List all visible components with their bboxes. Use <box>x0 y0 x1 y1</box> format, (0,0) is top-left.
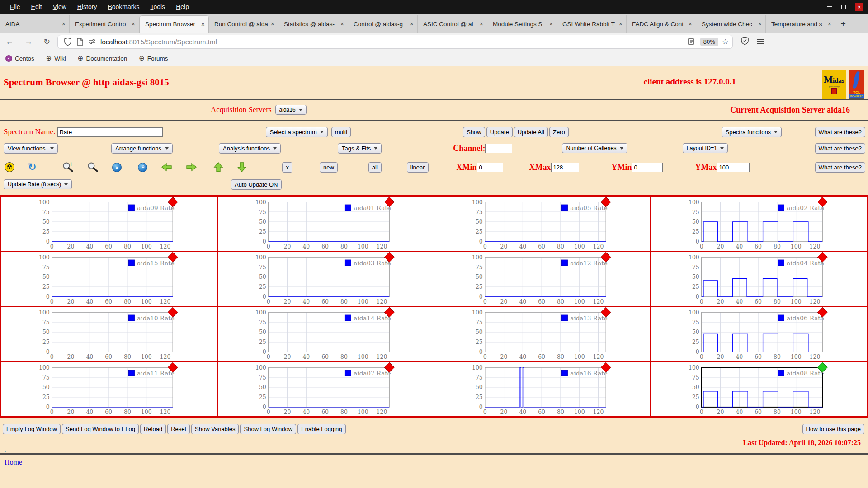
xmin-input[interactable] <box>477 163 503 172</box>
radioactive-icon[interactable]: ☢ <box>5 162 14 172</box>
how-to-use-button[interactable]: How to use this page <box>802 424 864 434</box>
tab-module-settings-s[interactable]: Module Settings S× <box>487 15 557 33</box>
zoom-level-badge[interactable]: 80% <box>700 38 718 46</box>
spectrum-name-input[interactable] <box>57 127 163 137</box>
minimize-icon[interactable] <box>827 6 832 7</box>
all-button[interactable]: all <box>368 162 382 173</box>
reload-icon[interactable]: ↻ <box>38 37 56 47</box>
spectra-functions-dropdown[interactable]: Spectra functions <box>722 127 782 137</box>
tab-fadc-align-cont[interactable]: FADC Align & Cont× <box>627 15 696 33</box>
what-are-these-button[interactable]: What are these? <box>815 143 865 154</box>
permissions-icon[interactable] <box>86 39 99 44</box>
send-log-window-to-elog-button[interactable]: Send Log Window to ELog <box>62 424 139 434</box>
chart-cell-aida13[interactable]: 0204060801001200255075100aida13 Rate <box>434 306 651 361</box>
update-all-button[interactable]: Update All <box>514 127 548 137</box>
tab-close-icon[interactable]: × <box>132 20 135 28</box>
url-bar[interactable]: localhost:8015/Spectrum/Spectrum.tml 80%… <box>57 35 733 49</box>
bookmark-documentation[interactable]: ⊕Documentation <box>78 54 127 62</box>
chart-cell-aida09[interactable]: 0204060801001200255075100aida09 Rate <box>1 196 217 251</box>
tab-statistics-aidas[interactable]: Statistics @ aidas-× <box>278 15 348 33</box>
chart-cell-aida15[interactable]: 0204060801001200255075100aida15 Rate <box>1 251 217 306</box>
empty-log-window-button[interactable]: Empty Log Window <box>3 424 61 434</box>
home-link[interactable]: Home <box>5 458 22 466</box>
chart-cell-aida06[interactable]: 0204060801001200255075100aida06 Rate <box>651 306 867 361</box>
reader-mode-icon[interactable] <box>685 38 697 45</box>
menu-item-file[interactable]: File <box>5 3 26 10</box>
what-are-these-button[interactable]: What are these? <box>815 127 865 137</box>
tags-fits-dropdown[interactable]: Tags & Fits <box>338 143 382 154</box>
protections-shield-icon[interactable] <box>741 37 749 47</box>
analysis-functions-dropdown[interactable]: Analysis functions <box>219 143 281 154</box>
bookmark-wiki[interactable]: ⊕Wiki <box>46 54 66 62</box>
chart-cell-aida05[interactable]: 0204060801001200255075100aida05 Rate <box>434 196 651 251</box>
reload-button[interactable]: Reload <box>140 424 166 434</box>
acquisition-server-select[interactable]: aida16 <box>275 105 307 115</box>
view-functions-dropdown[interactable]: View functions <box>4 143 58 154</box>
arrow-up-icon[interactable] <box>213 162 223 173</box>
chart-cell-aida02[interactable]: 0204060801001200255075100aida02 Rate <box>651 196 867 251</box>
number-of-galleries-dropdown[interactable]: Number of Galleries <box>562 143 627 153</box>
shift-up-icon[interactable]: » <box>138 163 147 172</box>
show-button[interactable]: Show <box>463 127 485 137</box>
chart-cell-aida12[interactable]: 0204060801001200255075100aida12 Rate <box>434 251 651 306</box>
auto-update-button[interactable]: Auto Update ON <box>231 179 281 190</box>
chart-cell-aida14[interactable]: 0204060801001200255075100aida14 Rate <box>217 306 434 361</box>
enable-logging-button[interactable]: Enable Logging <box>297 424 345 434</box>
midas-logo[interactable]: Midas powered by <box>822 70 846 99</box>
what-are-these-button[interactable]: What are these? <box>815 162 865 173</box>
tab-close-icon[interactable]: × <box>340 20 344 28</box>
arrow-right-icon[interactable] <box>186 162 197 172</box>
arrange-functions-dropdown[interactable]: Arrange functions <box>111 143 173 154</box>
tab-asic-control-ai[interactable]: ASIC Control @ ai× <box>418 15 487 33</box>
tab-run-control-aida[interactable]: Run Control @ aida× <box>209 15 278 33</box>
zoom-out-icon[interactable]: - <box>87 162 99 173</box>
tab-gsi-white-rabbit-t[interactable]: GSI White Rabbit T× <box>557 15 627 33</box>
linear-button[interactable]: linear <box>407 162 429 173</box>
chart-cell-aida07[interactable]: 0204060801001200255075100aida07 Rate <box>217 361 434 417</box>
tab-close-icon[interactable]: × <box>62 20 66 28</box>
xmax-input[interactable] <box>551 163 579 172</box>
back-icon[interactable]: ← <box>0 37 19 47</box>
tab-close-icon[interactable]: × <box>410 20 414 28</box>
tab-temperature-and-s[interactable]: Temperature and s× <box>766 15 835 33</box>
forward-icon[interactable]: → <box>19 37 38 47</box>
maximize-icon[interactable] <box>841 5 846 9</box>
new-tab-icon[interactable]: + <box>835 15 851 33</box>
menu-item-view[interactable]: View <box>47 3 72 10</box>
chart-cell-aida10[interactable]: 0204060801001200255075100aida10 Rate <box>1 306 217 361</box>
tab-control-aidas-g[interactable]: Control @ aidas-g× <box>348 15 418 33</box>
chart-cell-aida04[interactable]: 0204060801001200255075100aida04 Rate <box>651 251 867 306</box>
tab-close-icon[interactable]: × <box>480 20 483 28</box>
tab-close-icon[interactable]: × <box>689 20 692 28</box>
arrow-left-icon[interactable] <box>161 162 172 172</box>
tab-close-icon[interactable]: × <box>828 20 831 28</box>
tab-spectrum-browser[interactable]: Spectrum Browser× <box>139 15 209 33</box>
tcl-powered-logo[interactable]: TCL POWERED <box>849 70 864 99</box>
layout-id-dropdown[interactable]: Layout ID=1 <box>683 143 728 153</box>
menu-item-edit[interactable]: Edit <box>26 3 47 10</box>
multi-button[interactable]: multi <box>331 127 351 137</box>
bookmark-forums[interactable]: ⊕Forums <box>139 54 168 62</box>
chart-cell-aida16[interactable]: 0204060801001200255075100aida16 Rate <box>434 361 651 417</box>
reset-button[interactable]: Reset <box>167 424 190 434</box>
bookmark-centos[interactable]: Centos <box>5 55 34 62</box>
shift-down-icon[interactable]: » <box>112 163 122 172</box>
x-button[interactable]: x <box>282 162 292 173</box>
tab-close-icon[interactable]: × <box>201 21 205 28</box>
menu-item-history[interactable]: History <box>72 3 103 10</box>
refresh-icon[interactable]: ↻ <box>28 161 36 173</box>
shield-icon[interactable] <box>61 38 74 46</box>
ymin-input[interactable] <box>632 163 663 172</box>
tab-aida[interactable]: AIDA× <box>0 15 70 33</box>
tab-close-icon[interactable]: × <box>619 20 623 28</box>
menu-item-bookmarks[interactable]: Bookmarks <box>102 3 145 10</box>
channel-input[interactable] <box>485 144 512 153</box>
show-variables-button[interactable]: Show Variables <box>191 424 239 434</box>
tab-close-icon[interactable]: × <box>758 20 762 28</box>
zoom-in-icon[interactable]: + <box>62 162 75 173</box>
tab-close-icon[interactable]: × <box>549 20 553 28</box>
app-menu-icon[interactable] <box>757 39 764 44</box>
update-button[interactable]: Update <box>486 127 513 137</box>
update-rate-dropdown[interactable]: Update Rate (8 secs) <box>4 179 72 189</box>
show-log-window-button[interactable]: Show Log Window <box>240 424 296 434</box>
